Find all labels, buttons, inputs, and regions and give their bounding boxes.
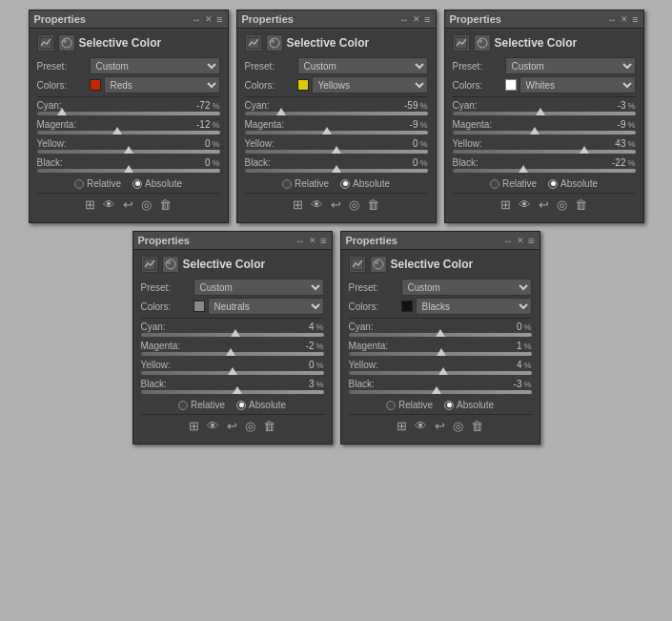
magenta-thumb-whites[interactable] (530, 127, 540, 135)
absolute-radio-whites[interactable] (548, 179, 558, 189)
footer-icon1-reds[interactable]: ⊞ (85, 197, 95, 212)
footer-icon1-blacks[interactable]: ⊞ (397, 419, 407, 433)
cyan-track-blacks[interactable] (349, 333, 532, 337)
black-track-neutrals[interactable] (141, 390, 324, 394)
colors-select-neutrals[interactable]: Neutrals (208, 298, 324, 315)
footer-icon4-yellows[interactable]: ◎ (349, 197, 359, 212)
relative-label-whites[interactable]: Relative (490, 178, 537, 189)
footer-icon2-whites[interactable]: 👁 (519, 197, 531, 212)
colors-select-blacks[interactable]: Blacks (416, 298, 532, 315)
panel-menu-yellows[interactable]: ≡ (424, 13, 430, 25)
footer-icon5-reds[interactable]: 🗑 (159, 197, 172, 212)
yellow-track-reds[interactable] (37, 150, 220, 154)
footer-icon4-reds[interactable]: ◎ (141, 197, 152, 212)
magenta-track-neutrals[interactable] (141, 352, 324, 356)
black-thumb-whites[interactable] (519, 165, 528, 173)
panel-collapse-icon-whites[interactable]: ↔ (607, 14, 617, 25)
footer-icon2-reds[interactable]: 👁 (103, 197, 115, 212)
relative-radio-neutrals[interactable] (178, 401, 188, 410)
footer-icon1-yellows[interactable]: ⊞ (293, 197, 303, 212)
footer-icon1-whites[interactable]: ⊞ (500, 197, 511, 212)
absolute-radio-reds[interactable] (132, 179, 142, 189)
cyan-track-yellows[interactable] (245, 112, 428, 115)
yellow-thumb-whites[interactable] (580, 146, 589, 154)
panel-menu-blacks[interactable]: ≡ (528, 235, 534, 246)
yellow-track-yellows[interactable] (245, 150, 428, 154)
footer-icon4-whites[interactable]: ◎ (557, 197, 567, 212)
yellow-thumb-neutrals[interactable] (228, 367, 237, 375)
colors-select-whites[interactable]: Whites (519, 76, 636, 93)
black-thumb-reds[interactable] (124, 165, 133, 173)
footer-icon3-whites[interactable]: ↩ (539, 197, 549, 212)
relative-radio-reds[interactable] (74, 179, 84, 189)
footer-icon5-whites[interactable]: 🗑 (575, 197, 587, 212)
panel-collapse-icon-neutrals[interactable]: ↔ (295, 236, 305, 246)
footer-icon1-neutrals[interactable]: ⊞ (189, 419, 199, 433)
magenta-thumb-yellows[interactable] (322, 127, 332, 135)
yellow-thumb-reds[interactable] (124, 146, 133, 154)
panel-menu-neutrals[interactable]: ≡ (320, 235, 326, 246)
magenta-track-blacks[interactable] (349, 352, 532, 356)
absolute-label-neutrals[interactable]: Absolute (236, 400, 286, 410)
black-track-reds[interactable] (37, 169, 220, 173)
yellow-track-blacks[interactable] (349, 371, 532, 375)
colors-select-reds[interactable]: Reds (104, 76, 220, 93)
cyan-track-whites[interactable] (453, 112, 636, 115)
relative-radio-blacks[interactable] (386, 401, 396, 410)
colors-select-yellows[interactable]: Yellows (312, 76, 428, 93)
relative-label-reds[interactable]: Relative (74, 178, 121, 189)
magenta-track-yellows[interactable] (245, 131, 428, 135)
footer-icon3-yellows[interactable]: ↩ (331, 197, 341, 212)
preset-select-reds[interactable]: Custom (90, 57, 220, 74)
absolute-label-blacks[interactable]: Absolute (444, 400, 494, 410)
preset-select-blacks[interactable]: Custom (401, 279, 532, 296)
black-track-whites[interactable] (453, 169, 636, 173)
panel-collapse-icon-yellows[interactable]: ↔ (399, 14, 409, 25)
yellow-track-whites[interactable] (453, 150, 636, 154)
cyan-track-neutrals[interactable] (141, 333, 324, 337)
panel-close-yellows[interactable]: ✕ (413, 14, 420, 24)
footer-icon2-neutrals[interactable]: 👁 (207, 419, 219, 433)
absolute-radio-blacks[interactable] (444, 401, 454, 410)
footer-icon5-yellows[interactable]: 🗑 (367, 197, 379, 212)
panel-close-blacks[interactable]: ✕ (517, 236, 524, 245)
relative-label-neutrals[interactable]: Relative (178, 400, 225, 410)
absolute-label-reds[interactable]: Absolute (132, 178, 182, 189)
footer-icon3-blacks[interactable]: ↩ (435, 419, 445, 433)
black-thumb-neutrals[interactable] (233, 386, 242, 394)
panel-collapse-icon-reds[interactable]: ↔ (192, 14, 201, 25)
black-thumb-blacks[interactable] (432, 386, 441, 394)
preset-select-yellows[interactable]: Custom (297, 57, 428, 74)
cyan-thumb-whites[interactable] (536, 108, 545, 115)
magenta-track-reds[interactable] (37, 131, 220, 135)
panel-menu-reds[interactable]: ≡ (216, 13, 222, 25)
relative-label-yellows[interactable]: Relative (282, 178, 329, 189)
relative-label-blacks[interactable]: Relative (386, 400, 433, 410)
black-track-blacks[interactable] (349, 390, 532, 394)
footer-icon4-neutrals[interactable]: ◎ (245, 419, 255, 433)
yellow-track-neutrals[interactable] (141, 371, 324, 375)
relative-radio-yellows[interactable] (282, 179, 292, 189)
black-thumb-yellows[interactable] (332, 165, 341, 173)
cyan-thumb-neutrals[interactable] (231, 329, 240, 337)
cyan-track-reds[interactable] (37, 112, 220, 115)
yellow-thumb-blacks[interactable] (438, 367, 448, 375)
absolute-radio-neutrals[interactable] (236, 401, 246, 410)
magenta-thumb-neutrals[interactable] (226, 348, 235, 356)
absolute-label-yellows[interactable]: Absolute (340, 178, 390, 189)
absolute-radio-yellows[interactable] (340, 179, 350, 189)
magenta-track-whites[interactable] (453, 131, 636, 135)
footer-icon5-neutrals[interactable]: 🗑 (263, 419, 275, 433)
panel-close-neutrals[interactable]: ✕ (309, 236, 316, 245)
magenta-thumb-reds[interactable] (112, 127, 122, 135)
panel-close-reds[interactable]: ✕ (205, 14, 213, 24)
relative-radio-whites[interactable] (490, 179, 499, 189)
magenta-thumb-blacks[interactable] (437, 348, 446, 356)
absolute-label-whites[interactable]: Absolute (548, 178, 598, 189)
footer-icon3-reds[interactable]: ↩ (123, 197, 133, 212)
preset-select-neutrals[interactable]: Custom (193, 279, 324, 296)
footer-icon2-blacks[interactable]: 👁 (415, 419, 427, 433)
panel-close-whites[interactable]: ✕ (621, 14, 628, 24)
yellow-thumb-yellows[interactable] (332, 146, 341, 154)
panel-collapse-icon-blacks[interactable]: ↔ (503, 236, 513, 246)
